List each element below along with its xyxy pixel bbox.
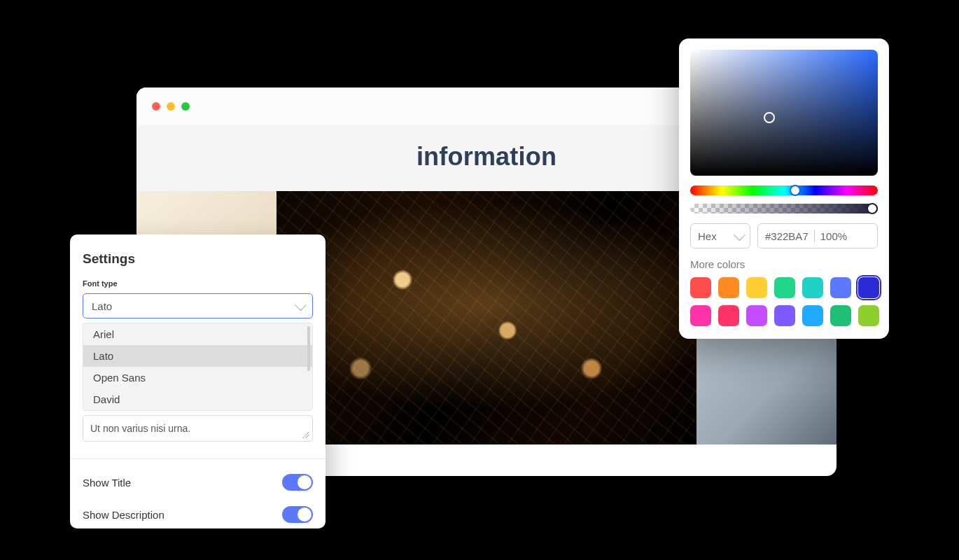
color-swatch[interactable] — [774, 305, 795, 326]
color-swatch[interactable] — [858, 305, 879, 326]
show-title-toggle[interactable] — [282, 474, 313, 491]
color-swatch[interactable] — [746, 305, 767, 326]
window-zoom-icon[interactable] — [181, 102, 190, 111]
settings-divider — [70, 458, 326, 459]
color-swatch[interactable] — [802, 277, 823, 298]
gallery-image-center[interactable] — [276, 191, 696, 444]
settings-heading: Settings — [83, 251, 313, 267]
color-value-input[interactable]: #322BA7 100% — [757, 223, 878, 248]
hue-handle-icon[interactable] — [790, 185, 801, 196]
color-picker: Hex #322BA7 100% More colors — [679, 38, 889, 339]
alpha-slider[interactable] — [690, 204, 878, 214]
color-swatch[interactable] — [774, 277, 795, 298]
font-option-ariel[interactable]: Ariel — [83, 323, 312, 345]
saturation-value-area[interactable] — [690, 50, 878, 176]
font-type-select[interactable]: Lato — [83, 293, 313, 318]
color-value-row: Hex #322BA7 100% — [690, 223, 878, 248]
description-textarea[interactable]: Ut non varius nisi urna. — [83, 415, 313, 442]
alpha-value: 100% — [820, 230, 847, 242]
color-swatch[interactable] — [802, 305, 823, 326]
chevron-down-icon — [295, 299, 307, 311]
color-swatch[interactable] — [718, 305, 739, 326]
hex-value: #322BA7 — [765, 230, 808, 242]
show-title-row: Show Title — [83, 466, 313, 498]
show-title-label: Show Title — [83, 477, 131, 489]
color-swatch[interactable] — [830, 305, 851, 326]
font-option-lato[interactable]: Lato — [83, 345, 312, 367]
settings-panel: Settings Font type Lato Ariel Lato Open … — [70, 234, 326, 528]
description-value: Ut non varius nisi urna. — [90, 423, 190, 434]
sv-handle-icon[interactable] — [764, 112, 775, 123]
color-swatch[interactable] — [690, 277, 711, 298]
font-type-dropdown: Ariel Lato Open Sans David — [83, 323, 313, 411]
chevron-down-icon — [734, 229, 746, 241]
color-swatch[interactable] — [718, 277, 739, 298]
value-separator — [814, 230, 815, 242]
alpha-handle-icon[interactable] — [867, 203, 878, 214]
color-swatch[interactable] — [858, 277, 879, 298]
color-format-label: Hex — [698, 230, 717, 242]
color-format-select[interactable]: Hex — [690, 223, 750, 248]
more-colors-label: More colors — [690, 258, 878, 270]
hue-slider[interactable] — [690, 186, 878, 195]
color-swatch[interactable] — [746, 277, 767, 298]
font-type-value: Lato — [92, 300, 112, 312]
show-description-label: Show Description — [83, 509, 164, 521]
font-option-opensans[interactable]: Open Sans — [83, 367, 312, 388]
color-swatch[interactable] — [830, 277, 851, 298]
show-description-toggle[interactable] — [282, 506, 313, 523]
color-swatch-grid — [690, 277, 878, 326]
window-minimize-icon[interactable] — [167, 102, 175, 111]
font-type-label: Font type — [83, 279, 313, 288]
window-close-icon[interactable] — [152, 102, 160, 111]
show-description-row: Show Description — [83, 498, 313, 531]
color-swatch[interactable] — [690, 305, 711, 326]
font-option-david[interactable]: David — [83, 388, 312, 410]
